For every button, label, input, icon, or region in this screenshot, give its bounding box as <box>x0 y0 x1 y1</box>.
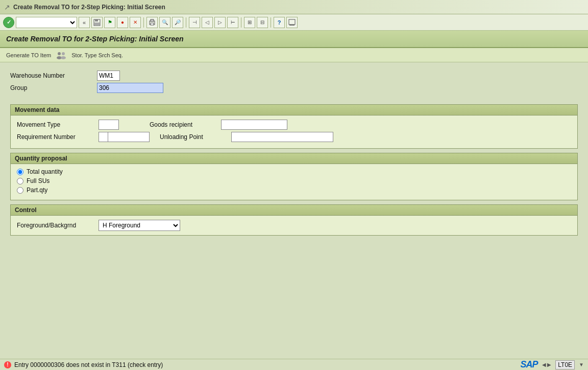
status-code: LT0E <box>555 360 575 369</box>
goods-recipient-input[interactable] <box>221 120 287 130</box>
requirement-number-row: Requirement Number Unloading Point <box>17 132 571 142</box>
foreground-background-label: Foreground/Backgrnd <box>17 222 99 229</box>
unloading-point-label: Unloading Point <box>160 133 231 141</box>
unloading-point-input[interactable] <box>231 132 333 142</box>
svg-point-10 <box>58 52 61 55</box>
group-input[interactable] <box>97 83 163 93</box>
quantity-proposal-header: Quantity proposal <box>11 153 577 164</box>
svg-rect-5 <box>151 23 154 25</box>
title-bar-text: Create Removal TO for 2-Step Picking: In… <box>13 4 165 11</box>
sub-toolbar: Generate TO Item Stor. Type Srch Seq. <box>0 48 588 62</box>
dropdown-arrow: ▼ <box>579 362 584 367</box>
settings-button[interactable] <box>286 17 298 28</box>
status-left: ! Entry 0000000306 does not exist in T31… <box>4 361 163 368</box>
people-icon <box>56 51 66 59</box>
total-quantity-row: Total quantity <box>17 168 571 175</box>
part-qty-radio[interactable] <box>17 187 23 194</box>
full-sus-radio[interactable] <box>17 178 23 184</box>
title-bar-arrow-icon: ↗ <box>4 3 10 11</box>
svg-point-13 <box>61 56 66 59</box>
page-header: Create Removal TO for 2-Step Picking: In… <box>0 31 588 48</box>
window-btn-2[interactable]: ⊟ <box>257 17 268 28</box>
window-btn-1[interactable]: ⊞ <box>244 17 255 28</box>
help-button[interactable]: ? <box>274 17 285 28</box>
movement-data-header: Movement data <box>11 105 577 115</box>
foreground-background-row: Foreground/Backgrnd H Foreground B Backg… <box>17 220 571 231</box>
part-qty-row: Part.qty <box>17 187 571 194</box>
svg-rect-4 <box>151 19 154 21</box>
quantity-proposal-body: Total quantity Full SUs Part.qty <box>11 164 577 200</box>
control-body: Foreground/Backgrnd H Foreground B Backg… <box>11 216 577 235</box>
goods-recipient-label: Goods recipient <box>150 121 221 128</box>
nav-btn-4[interactable]: ⊢ <box>227 17 238 28</box>
main-content: Create Removal TO for 2-Step Picking: In… <box>0 31 588 236</box>
svg-rect-1 <box>95 19 98 21</box>
page-title: Create Removal TO for 2-Step Picking: In… <box>6 35 184 43</box>
green-flag-button[interactable]: ⚑ <box>104 17 115 28</box>
sap-logo: SAP <box>521 359 538 370</box>
status-bar: ! Entry 0000000306 does not exist in T31… <box>0 359 588 370</box>
separator-4 <box>271 17 271 28</box>
toolbar-dropdown[interactable] <box>16 17 77 28</box>
green-check-button[interactable]: ✓ <box>3 17 14 28</box>
status-message: Entry 0000000306 does not exist in T311 … <box>14 361 163 368</box>
status-right: SAP ◀ ▶ LT0E ▼ <box>521 359 584 370</box>
requirement-number-input-1[interactable] <box>99 132 108 142</box>
nav-arrows: ◀ ▶ <box>542 362 552 367</box>
foreground-background-select[interactable]: H Foreground B Background <box>99 220 180 231</box>
print-button[interactable] <box>146 17 158 28</box>
svg-point-12 <box>62 52 65 55</box>
svg-rect-2 <box>94 22 100 25</box>
separator-3 <box>241 17 241 28</box>
nav-btn-3[interactable]: ▷ <box>214 17 226 28</box>
requirement-number-input-2[interactable] <box>108 132 150 142</box>
title-bar: ↗ Create Removal TO for 2-Step Picking: … <box>0 0 588 14</box>
total-quantity-label: Total quantity <box>27 168 63 175</box>
separator-1 <box>143 17 144 28</box>
stor-type-srch-seq-link[interactable]: Stor. Type Srch Seq. <box>71 52 123 58</box>
toolbar: ✓ « ⚑ ● ✕ 🔍 🔎 ⊣ ◁ ▷ ⊢ ⊞ ⊟ ? <box>0 14 588 31</box>
control-header: Control <box>11 205 577 216</box>
warehouse-number-row: Warehouse Number <box>10 71 578 81</box>
requirement-number-inputs <box>99 132 155 142</box>
nav-btn-2[interactable]: ◁ <box>202 17 213 28</box>
nav-btn-1[interactable]: ⊣ <box>189 17 200 28</box>
error-icon: ! <box>4 361 11 368</box>
movement-data-body: Movement Type Goods recipient Requiremen… <box>11 115 577 148</box>
movement-data-panel: Movement data Movement Type Goods recipi… <box>10 104 578 149</box>
movement-type-label: Movement Type <box>17 121 99 128</box>
group-label: Group <box>10 84 97 91</box>
requirement-number-label: Requirement Number <box>17 133 99 141</box>
total-quantity-radio[interactable] <box>17 169 23 175</box>
svg-rect-6 <box>289 19 295 25</box>
back-button[interactable]: « <box>79 17 90 28</box>
full-sus-label: Full SUs <box>27 177 50 184</box>
quantity-proposal-panel: Quantity proposal Total quantity Full SU… <box>10 153 578 200</box>
form-area: Warehouse Number Group <box>0 62 588 100</box>
movement-type-input[interactable] <box>99 120 119 130</box>
warehouse-number-input[interactable] <box>97 71 120 81</box>
group-row: Group <box>10 83 578 93</box>
red-circle-button[interactable]: ● <box>117 17 128 28</box>
full-sus-row: Full SUs <box>17 177 571 184</box>
warehouse-number-label: Warehouse Number <box>10 72 97 79</box>
control-panel: Control Foreground/Backgrnd H Foreground… <box>10 204 578 236</box>
find-next-button[interactable]: 🔎 <box>172 17 183 28</box>
part-qty-label: Part.qty <box>27 187 47 194</box>
separator-2 <box>186 17 186 28</box>
save-button[interactable] <box>91 17 103 28</box>
red-x-button[interactable]: ✕ <box>130 17 141 28</box>
movement-type-row: Movement Type Goods recipient <box>17 120 571 130</box>
find-button[interactable]: 🔍 <box>159 17 170 28</box>
generate-to-item-link[interactable]: Generate TO Item <box>6 52 51 58</box>
